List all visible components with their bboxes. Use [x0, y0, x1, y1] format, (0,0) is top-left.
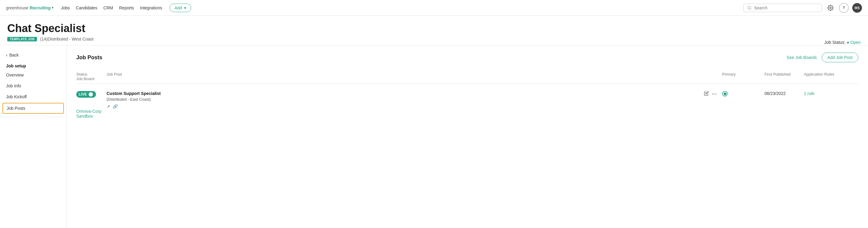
search-icon — [747, 5, 751, 10]
col-job-board: Job Board — [76, 76, 106, 81]
status-dot-icon: ● — [846, 40, 849, 45]
sidebar: ‹ Back Job setup Overview Job Info Job K… — [0, 45, 67, 228]
nav-integrations[interactable]: Integrations — [140, 5, 162, 10]
job-post-icons: ↗ 🔗 — [106, 104, 704, 109]
job-board-link[interactable]: Omniva-Corp Sandbox — [76, 109, 101, 119]
live-toggle[interactable]: LIVE — [76, 91, 96, 98]
svg-point-0 — [748, 6, 751, 9]
add-chevron-icon: ▾ — [184, 5, 186, 10]
gear-icon — [828, 5, 834, 11]
header-actions: See Job Boards Add Job Post — [786, 53, 858, 62]
sidebar-item-overview[interactable]: Overview — [0, 70, 66, 80]
col-job-post: Job Post — [106, 72, 704, 76]
primary-radio[interactable] — [722, 91, 727, 96]
link-icon[interactable]: 🔗 — [113, 104, 118, 109]
sidebar-item-job-kickoff[interactable]: Job Kickoff — [0, 91, 66, 102]
app-rules-cell: 1 rule — [804, 91, 858, 96]
help-button[interactable]: ? — [839, 3, 849, 13]
logo-chevron: ▾ — [52, 6, 54, 10]
sidebar-section-label: Job setup — [0, 60, 66, 70]
logo[interactable]: greenhouse Recruiting ▾ — [6, 5, 54, 10]
table-header: Status Job Post Primary First Published … — [76, 70, 858, 84]
section-title: Job Posts — [76, 55, 102, 61]
job-post-location: (Distributed - East Coast) — [106, 97, 704, 102]
job-status-value: Open — [850, 40, 861, 45]
nav-reports[interactable]: Reports — [119, 5, 134, 10]
nav-crm[interactable]: CRM — [103, 5, 113, 10]
see-job-boards-link[interactable]: See Job Boards — [786, 55, 817, 60]
settings-button[interactable] — [826, 3, 835, 13]
nav-right: ? MS — [743, 3, 862, 13]
svg-point-2 — [830, 7, 831, 8]
app-rules-link[interactable]: 1 rule — [804, 91, 814, 96]
external-link-icon[interactable]: ↗ — [106, 104, 110, 109]
live-label: LIVE — [79, 92, 87, 96]
primary-cell — [722, 91, 765, 96]
col-first-published: First Published — [765, 72, 804, 76]
nav-links: Jobs Candidates CRM Reports Integrations — [61, 5, 162, 10]
more-options-icon[interactable]: ··· — [712, 91, 717, 97]
status-cell: LIVE — [76, 91, 106, 98]
back-label: Back — [9, 53, 19, 58]
job-status-label: Job Status: — [824, 40, 845, 45]
nav-jobs[interactable]: Jobs — [61, 5, 70, 10]
job-post-name: Custom Support Specialist — [106, 91, 704, 96]
nav-candidates[interactable]: Candidates — [76, 5, 97, 10]
row-actions: ··· — [704, 91, 722, 97]
col-status: Status — [76, 72, 106, 76]
job-location: (14)Distributed - West Coast — [40, 37, 93, 41]
svg-line-1 — [750, 8, 751, 9]
col-app-rules: Application Rules — [804, 72, 858, 76]
first-published-cell: 06/23/2022 — [765, 91, 804, 96]
primary-radio-inner — [724, 93, 726, 95]
add-label: Add — [175, 5, 182, 10]
job-status: Job Status: ● Open — [824, 40, 861, 45]
top-nav: greenhouse Recruiting ▾ Jobs Candidates … — [0, 0, 868, 16]
first-published-value: 06/23/2022 — [765, 91, 786, 96]
section-header: Job Posts See Job Boards Add Job Post — [76, 53, 858, 62]
layout: ‹ Back Job setup Overview Job Info Job K… — [0, 45, 868, 228]
job-post-cell: Custom Support Specialist (Distributed -… — [106, 91, 704, 109]
toggle-circle-icon — [89, 92, 93, 96]
logo-recruiting: Recruiting — [30, 5, 51, 10]
col-actions — [704, 72, 722, 76]
header-meta: TEMPLATE JOB (14)Distributed - West Coas… — [7, 37, 861, 41]
col-primary: Primary — [722, 72, 765, 76]
search-input[interactable] — [754, 5, 818, 10]
back-arrow-icon: ‹ — [6, 53, 7, 58]
logo-greenhouse: greenhouse — [6, 5, 28, 10]
sidebar-item-job-info[interactable]: Job Info — [0, 80, 66, 91]
sidebar-item-job-posts[interactable]: Job Posts — [2, 103, 64, 114]
avatar[interactable]: MS — [852, 3, 862, 13]
page-header: Chat Specialist TEMPLATE JOB (14)Distrib… — [0, 16, 868, 45]
edit-icon[interactable] — [704, 91, 709, 97]
add-button[interactable]: Add ▾ — [169, 4, 191, 12]
back-button[interactable]: ‹ Back — [0, 50, 66, 60]
page-title: Chat Specialist — [7, 22, 861, 35]
page-header-wrap: Chat Specialist TEMPLATE JOB (14)Distrib… — [0, 16, 868, 45]
job-board-cell: Omniva-Corp Sandbox — [76, 109, 106, 119]
template-badge: TEMPLATE JOB — [7, 37, 37, 41]
table-row: LIVE Custom Support Specialist (Distribu… — [76, 86, 858, 123]
add-job-post-button[interactable]: Add Job Post — [822, 53, 858, 62]
search-box[interactable] — [743, 4, 822, 12]
main-content: Job Posts See Job Boards Add Job Post St… — [67, 45, 868, 228]
